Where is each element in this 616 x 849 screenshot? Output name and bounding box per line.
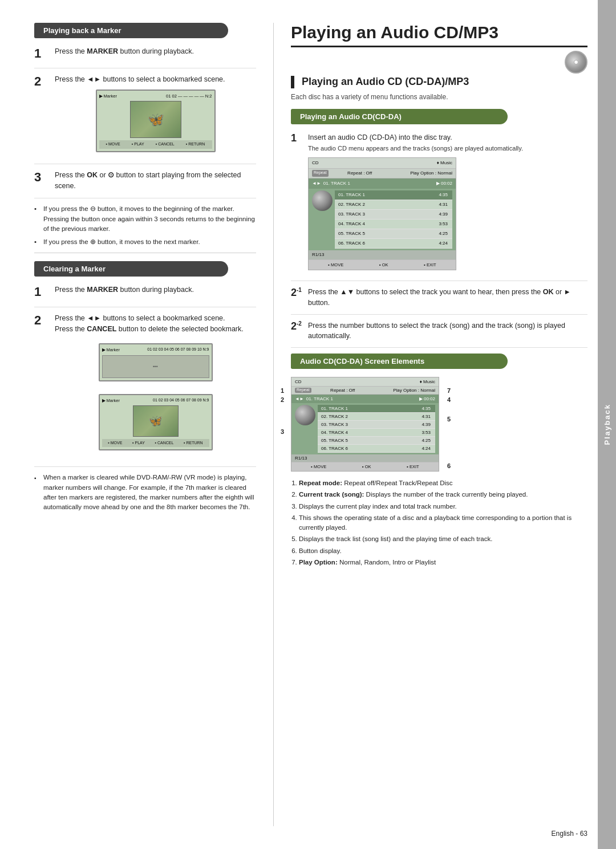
subsection-header-2: Audio CD(CD-DA) Screen Elements: [291, 354, 508, 369]
clearing-screen-2-footer: ▪ MOVE ▪ PLAY ▪ CANCEL ▪ RETURN: [102, 439, 209, 448]
footer-page: 63: [580, 830, 587, 838]
clearing-placeholder-1: ▪▪▪: [153, 363, 158, 370]
btn-move: ▪ MOVE: [106, 141, 120, 148]
annot-now-playing: ◄► 01. TRACK 1 ▶ 00:02: [291, 395, 439, 403]
clear-step-number-1: 1: [34, 285, 50, 299]
subsection-2-label: Audio CD(CD-DA) Screen Elements: [300, 357, 424, 365]
playback-bullets: If you press the ⊖ button, it moves to t…: [34, 204, 256, 247]
cd-screen-1: CD ♦ Music Repeat Repeat : Off Play Opti…: [308, 157, 456, 270]
step-3-playback: 3 Press the OK or ⊙ button to start play…: [34, 170, 256, 199]
track-row-4: 04. TRACK 43:53: [335, 220, 452, 229]
clearing-bullet-1: When a marker is cleared while DVD-RAM/-…: [34, 473, 256, 512]
annot-5-label: 5: [447, 416, 451, 423]
marker-nums-c1: 01 02 03 04 05 06 07 08 09 10 N:9: [147, 347, 209, 353]
btn-cd-ok: ▪ OK: [379, 262, 388, 268]
annot-play-icon: ◄►: [295, 396, 304, 401]
right-step-1: 1 Insert an audio CD (CD-DA) into the di…: [291, 132, 587, 281]
cd-repeat-row: Repeat Repeat : Off Play Option : Normal: [309, 169, 456, 178]
right-step-2-1-content: Press the ▲▼ buttons to select the track…: [308, 287, 587, 308]
annot-repeat-row: Repeat Repeat : Off Play Option : Normal: [291, 387, 439, 395]
cd-screen-top: CD ♦ Music: [309, 158, 456, 169]
index-row: R1/13: [309, 250, 456, 259]
btn-play: ▪ PLAY: [132, 141, 144, 148]
btn-cancel: ▪ CANCEL: [156, 141, 175, 148]
index-label: R1/13: [312, 251, 324, 258]
t4-name: 04. TRACK 4: [338, 221, 365, 228]
clearing-screen-1-header: ▶ Marker 01 02 03 04 05 06 07 08 09 10 N…: [102, 347, 209, 353]
t3-name: 03. TRACK 3: [338, 211, 365, 218]
clearing-screen-1-bg: ▪▪▪: [102, 355, 209, 378]
title-bar-icon: [291, 76, 294, 88]
t1-time: 4:35: [439, 192, 448, 198]
track-row-3: 03. TRACK 34:39: [335, 210, 452, 220]
cd-label: CD: [312, 160, 319, 166]
at1t: 4:35: [422, 406, 431, 411]
now-playing-icon: ◄►: [312, 180, 321, 187]
t3-time: 4:39: [439, 211, 448, 218]
section-header-playing-back: Playing back a Marker: [34, 23, 228, 38]
page-title-area: Playing an Audio CD/MP3: [291, 23, 587, 47]
annot-music-label: ♦ Music: [420, 379, 435, 384]
annot-item-3: Displays the current play index and tota…: [299, 502, 587, 511]
now-playing-row: ◄► 01. TRACK 1 ▶ 00:02: [309, 178, 456, 189]
marker-screen-1: ▶ Marker 01 02 — — — — — N:2 🦋 ▪ MOVE ▪ …: [96, 90, 216, 152]
annot-disc-visual: [295, 405, 315, 425]
repeat-off-label: Repeat : Off: [347, 170, 372, 177]
right-section-title-text: Playing an Audio CD (CD-DA)/MP3: [302, 76, 469, 87]
at2t: 4:31: [422, 414, 431, 419]
annot-time: ▶ 00:02: [419, 396, 435, 401]
subsection-header-1: Playing an Audio CD(CD-DA): [291, 109, 508, 124]
t6-name: 06. TRACK 6: [338, 240, 365, 247]
track-list: 01. TRACK 14:35 02. TRACK 24:31 03. TRAC…: [335, 190, 452, 249]
marker-image: 🦋: [130, 101, 181, 138]
clearing-screen-2: ▶ Marker 01 02 03 04 05 06 07 08 09 N:9 …: [99, 394, 213, 451]
t5-time: 4:25: [439, 230, 448, 237]
annot-repeat-text: Repeat : Off: [330, 388, 355, 393]
right-section-title: Playing an Audio CD (CD-DA)/MP3: [291, 76, 587, 88]
right-step-num-2-2: 2-2: [291, 320, 308, 333]
bullet-2: If you press the ⊕ button, it moves to t…: [34, 237, 256, 247]
butterfly-2-icon: 🦋: [148, 412, 163, 429]
section-header-clearing-label: Clearing a Marker: [43, 265, 106, 273]
annot-disc-row: 01. TRACK 14:35 02. TRACK 24:31 03. TRAC…: [291, 403, 439, 454]
annot-track-6: 06. TRACK 64:24: [318, 445, 435, 453]
marker-label-c1: ▶ Marker: [102, 347, 120, 353]
annotated-screen-wrapper: 1 2 3 7 4 5 6 CD ♦ Music Repeat Repeat :…: [291, 377, 439, 472]
step-2-content: Press the ◄► buttons to select a bookmar…: [55, 74, 256, 157]
right-step-1-content: Insert an audio CD (CD-DA) into the disc…: [308, 132, 587, 275]
track-row-6: 06. TRACK 64:24: [335, 239, 452, 249]
track-row-2: 02. TRACK 24:31: [335, 200, 452, 210]
t5-name: 05. TRACK 5: [338, 230, 365, 237]
marker-nums-c2: 01 02 03 04 05 06 07 08 09 N:9: [153, 397, 209, 404]
at3: 03. TRACK 3: [321, 422, 348, 427]
section-subtitle: Each disc has a variety of menu function…: [291, 93, 587, 101]
annot-btn-ok: ▪ OK: [362, 464, 371, 469]
annot-track-3: 03. TRACK 34:39: [318, 421, 435, 429]
step-sup-2: -2: [297, 320, 302, 327]
at1: 01. TRACK 1: [321, 406, 348, 411]
annot-1-label: 1: [281, 387, 284, 394]
annot-item-2: Current track (song): Displays the numbe…: [299, 490, 587, 499]
step-number-1: 1: [34, 46, 50, 61]
clearing-screen-2-header: ▶ Marker 01 02 03 04 05 06 07 08 09 N:9: [102, 397, 209, 404]
annot-item-1: Repeat mode: Repeat off/Repeat Track/Rep…: [299, 478, 587, 488]
btn-return: ▪ RETURN: [186, 141, 205, 148]
footer: English - 63: [552, 830, 587, 838]
t2-time: 4:31: [439, 201, 448, 208]
annot-item-5: Displays the track list (song list) and …: [299, 534, 587, 544]
footer-language: English: [552, 830, 574, 838]
left-column: Playing back a Marker 1 Press the MARKER…: [0, 23, 274, 826]
annot-track-list: 01. TRACK 14:35 02. TRACK 24:31 03. TRAC…: [318, 405, 435, 453]
annot-item-6: Button display.: [299, 546, 587, 556]
t6-time: 4:24: [439, 240, 448, 247]
clear-step-2: 2 Press the ◄► buttons to select a bookm…: [34, 313, 256, 468]
step-3-content: Press the OK or ⊙ button to start playin…: [55, 170, 256, 192]
annot-track-5: 05. TRACK 54:25: [318, 437, 435, 445]
marker-label-c2: ▶ Marker: [102, 397, 120, 404]
annot-track-2: 02. TRACK 24:31: [318, 413, 435, 421]
bullet-1: If you press the ⊖ button, it moves to t…: [34, 204, 256, 234]
right-column: Playing an Audio CD/MP3 Playing an Audio…: [274, 23, 616, 826]
annotated-screen-area: 1 2 3 7 4 5 6 CD ♦ Music Repeat Repeat :…: [291, 377, 587, 472]
btn2-cancel: ▪ CANCEL: [155, 440, 174, 446]
clearing-screens: ▶ Marker 01 02 03 04 05 06 07 08 09 10 N…: [96, 339, 216, 455]
